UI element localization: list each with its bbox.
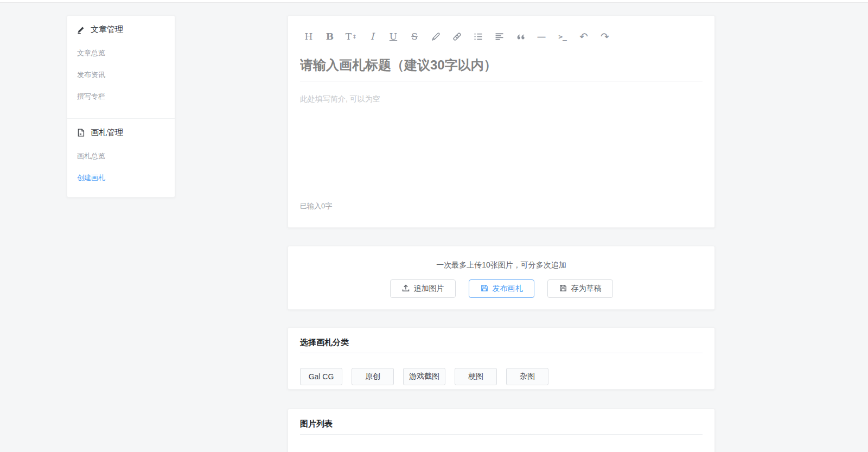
pencil-icon: [76, 25, 86, 34]
category-divider: [300, 353, 703, 353]
align-icon[interactable]: [493, 30, 506, 43]
upload-icon: [401, 284, 410, 294]
sidebar-section-title: 文章管理: [91, 24, 123, 35]
code-block-icon[interactable]: >_: [556, 30, 569, 43]
save-icon: [480, 284, 489, 294]
sidebar-item-huazha-overview[interactable]: 画札总览: [67, 151, 175, 161]
category-option-misc[interactable]: 杂图: [506, 368, 548, 385]
save-draft-button[interactable]: 存为草稿: [547, 279, 613, 298]
upload-card: 一次最多上传10张图片，可分多次追加 追加图片 发布画札 存为草稿: [288, 246, 715, 310]
horizontal-rule-icon[interactable]: —: [535, 30, 548, 43]
italic-icon[interactable]: I: [366, 30, 379, 43]
publish-button[interactable]: 发布画札: [469, 279, 534, 298]
upload-hint: 一次最多上传10张图片，可分多次追加: [288, 246, 714, 270]
image-list-divider: [300, 434, 703, 435]
save-draft-label: 存为草稿: [571, 284, 602, 294]
image-list-card: 图片列表: [288, 409, 715, 452]
top-bar: [0, 0, 868, 3]
category-option-original[interactable]: 原创: [352, 368, 394, 385]
editor-toolbar: H B T↕ I U S — >_ ↶ ↷: [300, 30, 703, 43]
sidebar-divider: [67, 118, 175, 119]
sidebar-section-title: 画札管理: [91, 128, 123, 138]
summary-input[interactable]: [300, 94, 703, 176]
image-list-title: 图片列表: [300, 419, 703, 429]
blockquote-icon[interactable]: [514, 30, 527, 43]
add-images-label: 追加图片: [414, 284, 444, 294]
category-option-meme[interactable]: 梗图: [455, 368, 497, 385]
sidebar-item-write-column[interactable]: 撰写专栏: [67, 92, 175, 101]
font-size-icon[interactable]: T↕: [344, 30, 358, 43]
sidebar-section-huazha[interactable]: 画札管理: [67, 128, 175, 138]
underline-icon[interactable]: U: [387, 30, 400, 43]
redo-icon[interactable]: ↷: [598, 30, 611, 43]
heading-icon[interactable]: H: [302, 30, 315, 43]
category-option-game-screenshot[interactable]: 游戏截图: [403, 368, 445, 385]
category-title: 选择画札分类: [300, 338, 703, 348]
sidebar-item-create-huazha[interactable]: 创建画札: [67, 173, 175, 183]
category-option-galcg[interactable]: Gal CG: [300, 368, 342, 385]
editor-card: H B T↕ I U S — >_ ↶ ↷: [288, 15, 715, 228]
add-images-button[interactable]: 追加图片: [390, 279, 456, 298]
save-icon: [559, 284, 567, 294]
document-icon: [76, 128, 86, 137]
sidebar-item-publish-news[interactable]: 发布资讯: [67, 70, 175, 80]
sidebar-item-article-overview[interactable]: 文章总览: [67, 48, 175, 58]
sidebar: 文章管理 文章总览 发布资讯 撰写专栏 画札管理 画札总览 创建画札: [67, 15, 175, 198]
main-content: H B T↕ I U S — >_ ↶ ↷: [288, 15, 715, 452]
publish-label: 发布画札: [493, 284, 523, 294]
bullet-list-icon[interactable]: [471, 30, 484, 43]
bold-icon[interactable]: B: [323, 30, 336, 43]
undo-icon[interactable]: ↶: [577, 30, 590, 43]
pen-icon[interactable]: [429, 30, 442, 43]
title-input[interactable]: [300, 56, 703, 74]
strikethrough-icon[interactable]: S: [408, 30, 421, 43]
category-options: Gal CG 原创 游戏截图 梗图 杂图: [300, 368, 703, 385]
char-count: 已输入0字: [300, 201, 332, 211]
link-icon[interactable]: [450, 30, 463, 43]
category-card: 选择画札分类 Gal CG 原创 游戏截图 梗图 杂图: [288, 327, 715, 390]
upload-buttons: 追加图片 发布画札 存为草稿: [390, 279, 613, 298]
sidebar-section-articles[interactable]: 文章管理: [67, 24, 175, 35]
title-divider: [300, 81, 703, 81]
